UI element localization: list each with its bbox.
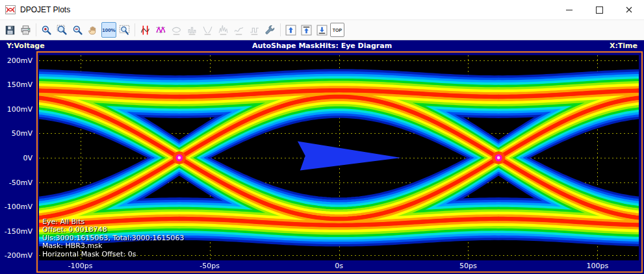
annotation-line: Mask: HBR3.msk <box>42 242 185 251</box>
vertical-cursors-button[interactable] <box>138 22 153 38</box>
floppy-icon <box>5 25 16 36</box>
zoom-box-button[interactable] <box>55 22 70 38</box>
plot-tool-6-button[interactable] <box>247 22 262 38</box>
plot-header: Y:Voltage AutoShape MaskHits: Eye Diagra… <box>0 40 644 51</box>
x-axis-labels: -100ps-50ps0s50ps100ps <box>38 260 641 271</box>
close-button[interactable] <box>614 0 644 19</box>
y-axis-labels: 200mV150mV100mV50mV0V-50mV-100mV-150mV-2… <box>0 51 36 274</box>
eye-diagram-area: Eye: All BitsOffset: 0.0018748UIs:3000:1… <box>39 55 639 260</box>
y-tick-label: 50mV <box>12 129 32 138</box>
minimize-button[interactable] <box>554 0 584 19</box>
zoom-100-label: 100% <box>102 27 115 33</box>
window-title: DPOJET Plots <box>20 5 70 14</box>
tool-trend-icon <box>233 25 244 36</box>
horizontal-cursors-button[interactable] <box>153 22 168 38</box>
title-bar: DPOJET Plots <box>0 0 644 20</box>
window-to-top-button[interactable] <box>299 22 314 38</box>
x-axis-title: X:Time <box>610 42 638 50</box>
zoom-in-button[interactable] <box>39 22 54 38</box>
window-to-bottom-button[interactable] <box>315 22 329 38</box>
y-tick-label: 200mV <box>7 56 32 64</box>
box-top-icon <box>301 25 312 36</box>
plot-tool-2-button[interactable] <box>185 22 200 38</box>
zoom-in-icon <box>41 25 52 36</box>
plot-frame: Eye: All BitsOffset: 0.0018748UIs:3000:1… <box>36 51 643 273</box>
app-icon <box>5 5 16 15</box>
plot-tool-1-button[interactable] <box>169 22 184 38</box>
annotation-line: Offset: 0.0018748 <box>42 226 185 234</box>
x-tick-label: 50ps <box>459 262 477 270</box>
wrench-icon <box>264 25 276 36</box>
plot-panel: Y:Voltage AutoShape MaskHits: Eye Diagra… <box>0 40 644 274</box>
box-up-icon <box>285 25 296 36</box>
cursors-h-icon <box>155 25 166 36</box>
y-tick-label: 150mV <box>7 81 32 89</box>
y-axis-title: Y:Voltage <box>6 42 45 50</box>
y-tick-label: -50mV <box>9 178 32 186</box>
close-icon <box>626 6 632 13</box>
plot-tool-4-button[interactable] <box>216 22 231 38</box>
zoom-box-icon <box>57 25 68 36</box>
tool-hist-icon <box>187 25 198 36</box>
tool-step-icon <box>249 25 260 36</box>
y-tick-label: 0V <box>23 154 32 162</box>
cursors-v-icon <box>140 25 151 36</box>
always-on-top-label: TOP <box>333 27 342 33</box>
tool-bathtub-icon <box>202 25 213 36</box>
window-controls <box>554 0 644 19</box>
y-tick-label: -200mV <box>5 251 32 260</box>
x-tick-label: 100ps <box>586 262 608 270</box>
plot-tool-3-button[interactable] <box>200 22 215 38</box>
toolbar: 100%TOP <box>0 20 644 40</box>
annotation-line: Horizontal Mask Offset: 0s <box>42 251 185 259</box>
plot-title: AutoShape MaskHits: Eye Diagram <box>252 42 392 50</box>
plot-body: 200mV150mV100mV50mV0V-50mV-100mV-150mV-2… <box>0 51 644 274</box>
dpojet-plots-window: DPOJET Plots 100%TOP Y:Voltage AutoShape… <box>0 0 644 274</box>
y-tick-label: -100mV <box>5 203 32 211</box>
maximize-icon <box>596 6 603 14</box>
hand-icon <box>88 25 99 36</box>
plot-annotations: Eye: All BitsOffset: 0.0018748UIs:3000:1… <box>42 218 185 259</box>
tool-spectrum-icon <box>218 25 229 36</box>
x-tick-label: 0s <box>335 262 343 270</box>
toolbar-separator <box>133 23 137 36</box>
plot-tool-5-button[interactable] <box>231 22 246 38</box>
pan-button[interactable] <box>86 22 101 38</box>
tool-eye-icon <box>171 25 182 36</box>
toolbar-separator <box>278 23 283 36</box>
zoom-fit-button[interactable] <box>117 22 132 38</box>
zoom-out-icon <box>72 25 83 36</box>
save-button[interactable] <box>3 22 18 38</box>
always-on-top-button[interactable]: TOP <box>330 23 344 37</box>
x-tick-label: -50ps <box>200 262 220 270</box>
zoom-fit-icon <box>119 25 130 36</box>
maximize-button[interactable] <box>584 0 614 19</box>
y-tick-label: 100mV <box>7 105 32 113</box>
printer-icon <box>20 25 31 36</box>
toolbar-separator <box>34 23 38 36</box>
configure-button[interactable] <box>263 22 277 38</box>
zoom-100-button[interactable]: 100% <box>101 22 116 38</box>
y-tick-label: -150mV <box>5 227 32 235</box>
zoom-out-button[interactable] <box>70 22 85 38</box>
window-restore-button[interactable] <box>283 22 298 38</box>
minimize-icon <box>566 10 573 10</box>
x-tick-label: -100ps <box>68 262 93 270</box>
box-bottom-icon <box>316 25 328 36</box>
print-button[interactable] <box>18 22 33 38</box>
